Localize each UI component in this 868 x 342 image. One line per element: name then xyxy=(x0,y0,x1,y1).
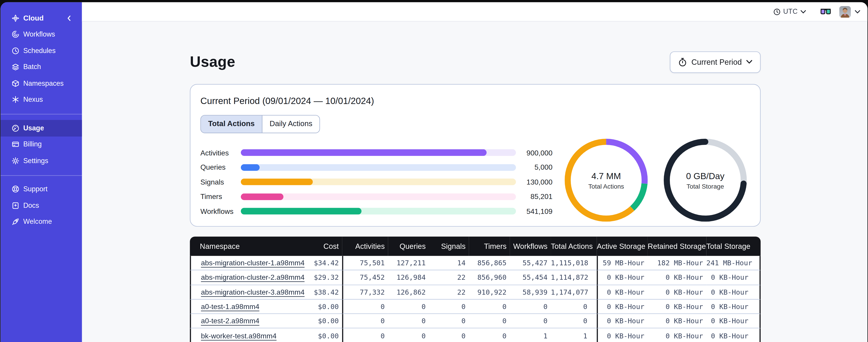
namespace-link[interactable]: abs-migration-cluster-1.a98mm4 xyxy=(201,259,305,267)
value-cell: 14 xyxy=(429,256,469,270)
donut-value: 0 GB/Day xyxy=(686,171,724,181)
value-cell: 55,427 xyxy=(510,256,551,270)
value-cell: $0.00 xyxy=(295,314,342,329)
docs-icon xyxy=(11,202,19,209)
sidebar-item-settings[interactable]: Settings xyxy=(0,152,82,169)
tab-total-actions[interactable]: Total Actions xyxy=(201,115,262,133)
value-cell: 0 KB-Hour xyxy=(648,271,707,285)
namespace-cell: bk-worker-test.a98mm4 xyxy=(190,329,295,342)
actions-tabs: Total Actions Daily Actions xyxy=(200,115,320,133)
billing-icon xyxy=(11,141,19,148)
column-header-workflows: Workflows xyxy=(510,237,551,256)
card-title: Current Period (09/01/2024 — 10/01/2024) xyxy=(200,96,750,106)
bar-track xyxy=(241,179,516,185)
sidebar-item-label: Schedules xyxy=(23,47,76,55)
value-cell: 0 xyxy=(388,314,429,329)
user-avatar[interactable] xyxy=(839,6,851,18)
value-cell: 1,115,018 xyxy=(551,256,597,270)
support-icon xyxy=(11,185,19,193)
app-window: Cloud Workflows Schedules xyxy=(0,2,867,342)
value-cell: 0 KB-Hour xyxy=(707,285,761,299)
usage-bar-row: Signals130,000 xyxy=(200,175,552,189)
value-cell: 0 xyxy=(342,329,388,342)
value-cell: 856,960 xyxy=(469,271,510,285)
value-cell: 0 xyxy=(551,300,597,314)
sidebar-item-welcome[interactable]: Welcome xyxy=(0,214,82,230)
namespace-link[interactable]: a0-test-2.a98mm4 xyxy=(201,317,259,325)
namespace-link[interactable]: abs-migration-cluster-2.a98mm4 xyxy=(201,273,305,282)
namespace-link[interactable]: a0-test-1.a98mm4 xyxy=(201,302,259,311)
column-header-retained-storage: Retained Storage xyxy=(648,237,707,256)
table-header-row: NamespaceCostActivitiesQueriesSignalsTim… xyxy=(190,237,761,256)
value-cell: 0 xyxy=(429,329,469,342)
tab-daily-actions[interactable]: Daily Actions xyxy=(262,115,320,133)
value-cell: 0 xyxy=(429,300,469,314)
page-title: Usage xyxy=(190,53,235,70)
page-header: Usage Current Period xyxy=(190,51,761,73)
sidebar-item-label: Batch xyxy=(23,63,76,71)
sidebar-item-label: Nexus xyxy=(23,96,76,104)
value-cell: 1,174,077 xyxy=(551,285,597,299)
namespace-link[interactable]: bk-worker-test.a98mm4 xyxy=(201,332,277,340)
nexus-icon xyxy=(11,96,19,104)
sidebar-item-docs[interactable]: Docs xyxy=(0,197,82,214)
bar-category-label: Timers xyxy=(200,193,241,201)
sidebar: Cloud Workflows Schedules xyxy=(0,2,82,342)
sidebar-item-label: Cloud xyxy=(23,14,61,22)
value-cell: 241 MB-Hour xyxy=(707,256,761,270)
value-cell: 59 MB-Hour xyxy=(597,256,648,270)
bar-value: 85,201 xyxy=(516,193,553,201)
sidebar-item-label: Usage xyxy=(23,124,76,132)
total-actions-donut: 4.7 MM Total Actions xyxy=(565,139,648,222)
bar-category-label: Workflows xyxy=(200,207,241,215)
value-cell: 0 xyxy=(551,314,597,329)
table-row: abs-migration-cluster-1.a98mm4$34.4275,5… xyxy=(190,256,761,270)
main-area: UTC xyxy=(82,2,868,342)
value-cell: 0 KB-Hour xyxy=(597,314,648,329)
sidebar-item-support[interactable]: Support xyxy=(0,181,82,197)
sidebar-item-workflows[interactable]: Workflows xyxy=(0,26,82,42)
collapse-sidebar-icon[interactable] xyxy=(65,14,73,22)
sidebar-item-billing[interactable]: Billing xyxy=(0,136,82,152)
timezone-label: UTC xyxy=(783,8,798,15)
donut-label: Total Storage xyxy=(687,183,724,189)
namespace-usage-table: NamespaceCostActivitiesQueriesSignalsTim… xyxy=(190,237,761,342)
value-cell: 0 KB-Hour xyxy=(707,314,761,329)
usage-icon xyxy=(11,124,19,132)
sidebar-divider xyxy=(0,175,82,175)
sidebar-item-usage[interactable]: Usage xyxy=(0,120,82,136)
value-cell: 22 xyxy=(429,271,469,285)
namespace-cell: a0-test-2.a98mm4 xyxy=(190,314,295,329)
namespace-cell: a0-test-1.a98mm4 xyxy=(190,300,295,314)
column-header-namespace: Namespace xyxy=(190,237,295,256)
value-cell: 910,922 xyxy=(469,285,510,299)
value-cell: 0 KB-Hour xyxy=(707,329,761,342)
chevron-down-icon xyxy=(855,10,860,13)
column-header-total-storage: Total Storage xyxy=(707,237,761,256)
value-cell: 0 xyxy=(469,314,510,329)
column-header-cost: Cost xyxy=(295,237,342,256)
user-menu-button[interactable] xyxy=(855,10,860,13)
period-selector-button[interactable]: Current Period xyxy=(670,51,761,73)
chevron-down-icon xyxy=(801,10,806,13)
value-cell: 0 xyxy=(429,314,469,329)
feedback-glasses-button[interactable] xyxy=(820,8,831,15)
bar-value: 541,109 xyxy=(516,207,553,215)
sidebar-item-schedules[interactable]: Schedules xyxy=(0,43,82,59)
avatar-image xyxy=(839,6,851,18)
column-header-total-actions: Total Actions xyxy=(551,237,597,256)
sidebar-item-batch[interactable]: Batch xyxy=(0,59,82,75)
value-cell: 0 KB-Hour xyxy=(597,285,648,299)
timezone-selector[interactable]: UTC xyxy=(773,8,806,15)
sidebar-item-nexus[interactable]: Nexus xyxy=(0,92,82,108)
value-cell: $0.00 xyxy=(295,329,342,342)
value-cell: 126,984 xyxy=(388,271,429,285)
value-cell: 0 KB-Hour xyxy=(597,329,648,342)
sidebar-item-namespaces[interactable]: Namespaces xyxy=(0,75,82,91)
total-storage-donut: 0 GB/Day Total Storage xyxy=(664,139,747,222)
value-cell: 0 xyxy=(342,314,388,329)
table-row: a0-test-1.a98mm4$0.000000000 KB-Hour0 KB… xyxy=(190,300,761,314)
sidebar-item-cloud[interactable]: Cloud xyxy=(0,10,82,26)
bar-fill xyxy=(241,208,362,214)
namespace-link[interactable]: abs-migration-cluster-3.a98mm4 xyxy=(201,288,305,296)
